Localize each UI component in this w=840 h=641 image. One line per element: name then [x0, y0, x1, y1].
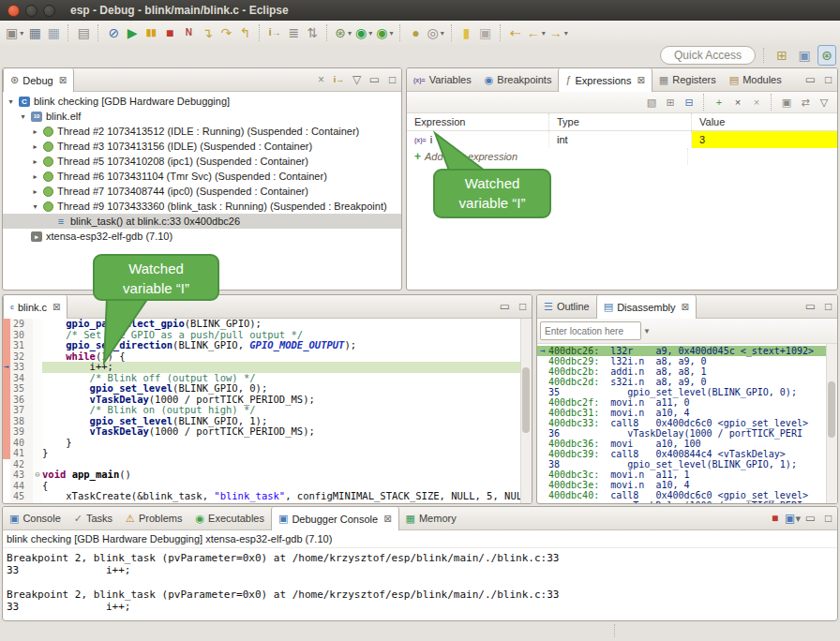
disassembly-line[interactable]: 400dbc33: call8 0x400dc6c0 <gpio_set_lev…: [537, 418, 837, 428]
debug-tree-item[interactable]: ▾10blink.elf: [3, 109, 401, 124]
disassembly-line[interactable]: 400dbc2d: s32i.n a8, a9, 0: [537, 377, 837, 387]
expander-icon[interactable]: ▸: [31, 187, 39, 196]
display-selected-console-button[interactable]: ▣▾: [784, 507, 802, 529]
expander-icon[interactable]: ▾: [7, 97, 15, 106]
link-view-button[interactable]: ⇄: [796, 94, 815, 111]
column-header-value[interactable]: Value: [692, 113, 837, 130]
build-button[interactable]: ▤: [74, 22, 93, 43]
suspend-button[interactable]: ▮▮: [142, 22, 160, 43]
maximize-button[interactable]: □: [383, 68, 401, 91]
debug-button[interactable]: ⊛▾: [333, 22, 353, 43]
tab-debugger-console[interactable]: ▣Debugger Console⊠: [271, 507, 399, 530]
window-minimize-button[interactable]: [25, 5, 38, 17]
debug-tree-item[interactable]: ▸Thread #3 1073413156 (IDLE) (Suspended …: [3, 139, 401, 154]
drop-to-frame-button[interactable]: ⇅: [303, 22, 322, 43]
minimize-button[interactable]: ▭: [366, 68, 383, 91]
disassembly-line[interactable]: 400dbc3e: movi.n a10, 4: [537, 480, 837, 490]
add-expression-button[interactable]: +: [710, 94, 728, 111]
disassembly-line[interactable]: 400dbc40: call8 0x400dc6c0 <gpio_set_lev…: [537, 490, 837, 500]
show-type-names-button[interactable]: ▧: [642, 94, 661, 111]
terminate-button[interactable]: ■: [160, 22, 179, 43]
tab-blink-c[interactable]: cblink.c⊠: [3, 295, 68, 319]
skip-all-breakpoints-button[interactable]: ⊘: [104, 22, 123, 43]
run-button[interactable]: ◉▾: [353, 22, 374, 43]
disassembly-line[interactable]: 400dbc36: movi a10, 100: [537, 439, 837, 449]
debug-perspective-button[interactable]: ⊛: [818, 45, 836, 66]
location-dropdown-icon[interactable]: ▼: [643, 327, 651, 335]
disassembly-line[interactable]: 35 gpio_set_level(BLINK_GPIO, 0);: [537, 387, 837, 397]
external-tools-button[interactable]: ◉▾: [374, 22, 395, 43]
disassembly-line[interactable]: 400dbc2f: movi.n a11, 0: [537, 397, 837, 408]
collapse-all-button[interactable]: ⊟: [680, 94, 698, 111]
expander-icon[interactable]: ▾: [31, 202, 39, 211]
back-button[interactable]: ←▾: [525, 22, 548, 43]
annotations-button[interactable]: ▣: [476, 22, 495, 43]
editor-scrollbar[interactable]: [520, 319, 532, 504]
expander-icon[interactable]: ▸: [31, 172, 39, 181]
minimize-button[interactable]: ▭: [496, 295, 514, 318]
location-input[interactable]: [540, 321, 641, 340]
open-perspective-button[interactable]: ⊞: [772, 45, 791, 66]
window-close-button[interactable]: [8, 5, 20, 17]
console-output[interactable]: Breakpoint 2, blink_task (pvParameter=0x…: [3, 548, 837, 613]
column-header-type[interactable]: Type: [549, 113, 692, 130]
minimize-button[interactable]: ▭: [802, 507, 819, 529]
debug-tree-item[interactable]: ▸Thread #2 1073413512 (IDLE : Running) (…: [3, 124, 401, 139]
maximize-button[interactable]: □: [819, 295, 837, 318]
maximize-button[interactable]: □: [819, 68, 837, 91]
tab-console[interactable]: ▣Console: [3, 507, 68, 529]
disassembly-line[interactable]: →400dbc26: l32r a9, 0x400d045c <_stext+1…: [537, 346, 837, 356]
instruction-stepping-button[interactable]: i→: [265, 22, 284, 43]
tab-modules[interactable]: ▤Modules: [723, 68, 788, 91]
tab-expressions[interactable]: ƒExpressions⊠: [558, 68, 652, 92]
expander-icon[interactable]: ▸: [31, 142, 39, 151]
tab-problems[interactable]: ⚠Problems: [119, 507, 188, 529]
fold-marker[interactable]: ⊖: [33, 470, 42, 481]
mark-occurrences-button[interactable]: ▮: [458, 22, 476, 43]
disassembly-line[interactable]: 36 vTaskDelay(1000 / portTICK_PERI: [537, 428, 837, 439]
breakpoint-marker[interactable]: →: [3, 362, 10, 373]
terminate-console-button[interactable]: ■: [766, 507, 784, 529]
tab-tasks[interactable]: ✓Tasks: [68, 507, 119, 529]
close-icon[interactable]: ⊠: [682, 302, 689, 312]
new-wizard-button[interactable]: ▣▾: [4, 22, 25, 43]
disassembly-scrollbar-thumb[interactable]: [828, 381, 835, 438]
use-step-filters-button[interactable]: ≣: [284, 22, 303, 43]
code-line[interactable]: 40 }: [3, 438, 532, 449]
disassembly-scrollbar[interactable]: [826, 344, 837, 504]
column-header-expression[interactable]: Expression: [407, 113, 549, 130]
code-line[interactable]: 46}: [3, 502, 532, 505]
search-button[interactable]: ◎▾: [425, 22, 445, 43]
maximize-button[interactable]: □: [514, 295, 532, 318]
code-line[interactable]: 39 vTaskDelay(1000 / portTICK_PERIOD_MS)…: [3, 426, 532, 438]
expression-row[interactable]: (x)=iint3: [407, 131, 837, 148]
debug-tree-item[interactable]: ▾Thread #9 1073433360 (blink_task : Runn…: [3, 199, 401, 214]
debug-tree-item[interactable]: ≡blink_task() at blink.c:33 0x400dbc26: [3, 214, 401, 229]
tab-variables[interactable]: (x)=Variables: [407, 68, 478, 91]
debug-tree-item[interactable]: ▸Thread #6 1073431104 (Tmr Svc) (Suspend…: [3, 169, 401, 184]
view-menu-button[interactable]: ▽: [348, 68, 366, 91]
minimize-button[interactable]: ▭: [802, 295, 819, 318]
expander-icon[interactable]: ▾: [19, 112, 27, 121]
show-logical-structures-button[interactable]: ⊞: [661, 94, 680, 111]
quick-access-button[interactable]: Quick Access: [660, 46, 756, 65]
debug-tree-item[interactable]: ▸xtensa-esp32-elf-gdb (7.10): [3, 229, 401, 244]
code-line[interactable]: 41}: [3, 448, 532, 459]
step-over-button[interactable]: ↷: [217, 22, 235, 43]
cpp-perspective-button[interactable]: ▣: [795, 45, 814, 66]
disassembly-line[interactable]: 400dbc3c: movi.n a11, 1: [537, 470, 837, 480]
disassembly-line[interactable]: 400dbc31: movi.n a10, 4: [537, 408, 837, 418]
last-edit-location-button[interactable]: ⇠: [506, 22, 525, 43]
code-line[interactable]: 45 xTaskCreate(&blink_task, "blink_task"…: [3, 491, 532, 502]
instruction-stepping-toggle[interactable]: i→: [330, 68, 348, 91]
tab-executables[interactable]: ◉Executables: [188, 507, 271, 529]
editor-scrollbar-thumb[interactable]: [522, 367, 530, 433]
disassembly-line[interactable]: vTaskDelay(1000 / portTICK PERI: [537, 500, 837, 504]
tab-debug[interactable]: ⊛Debug⊠: [3, 68, 74, 92]
open-new-view-button[interactable]: ▣: [777, 94, 796, 111]
disassembly-code[interactable]: →400dbc26: l32r a9, 0x400d045c <_stext+1…: [537, 344, 837, 504]
tab-breakpoints[interactable]: ◉Breakpoints: [478, 68, 559, 91]
tab-memory[interactable]: ▦Memory: [399, 507, 463, 529]
remove-all-terminated-button[interactable]: ×: [312, 68, 330, 91]
tab-registers[interactable]: ▦Registers: [652, 68, 723, 91]
